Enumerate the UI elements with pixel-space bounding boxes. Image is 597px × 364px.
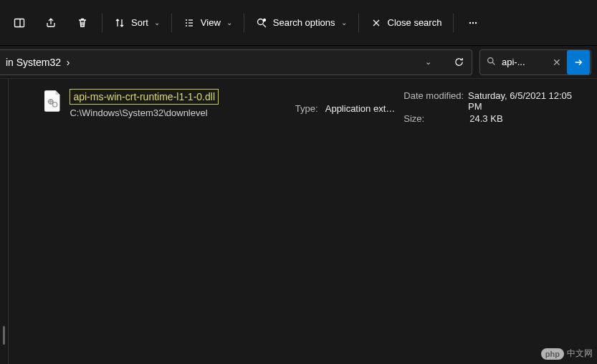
search-input[interactable] — [502, 57, 548, 67]
share-button[interactable] — [36, 9, 66, 37]
address-row: in System32 › ⌄ ✕ — [0, 46, 597, 79]
svg-point-16 — [487, 57, 492, 62]
search-icon — [480, 57, 502, 68]
search-results: api-ms-win-crt-runtime-l1-1-0.dll C:\Win… — [9, 79, 597, 364]
close-search-button[interactable]: Close search — [363, 9, 449, 37]
splitter-handle[interactable] — [3, 326, 5, 345]
type-label: Type: — [295, 103, 325, 114]
toolbar-separator — [102, 14, 102, 32]
sort-icon — [114, 17, 125, 29]
chevron-down-icon: ⌄ — [341, 19, 347, 27]
watermark-badge: php — [541, 348, 564, 360]
result-type-info: Type: Application ext… — [295, 89, 396, 114]
content-area: api-ms-win-crt-runtime-l1-1-0.dll C:\Win… — [0, 79, 597, 364]
svg-line-17 — [492, 62, 495, 64]
nav-pane-edge — [0, 79, 9, 364]
search-options-label: Search options — [273, 17, 335, 28]
svg-point-14 — [472, 21, 474, 23]
more-button[interactable] — [458, 9, 488, 37]
search-options-button[interactable]: Search options ⌄ — [249, 9, 354, 37]
svg-point-13 — [469, 21, 471, 23]
view-icon — [183, 17, 195, 29]
details-pane-button[interactable] — [4, 9, 34, 37]
search-options-icon — [256, 17, 267, 29]
toolbar-separator — [453, 14, 454, 32]
address-bar[interactable]: in System32 › ⌄ — [0, 49, 472, 75]
address-history-dropdown[interactable]: ⌄ — [417, 57, 439, 67]
type-value: Application ext… — [325, 103, 396, 114]
refresh-icon — [454, 57, 464, 67]
delete-button[interactable] — [67, 9, 97, 37]
command-toolbar: Sort ⌄ View ⌄ Search options ⌄ Close sea… — [0, 0, 597, 46]
chevron-down-icon: ⌄ — [154, 19, 160, 27]
view-button[interactable]: View ⌄ — [176, 9, 239, 37]
view-label: View — [201, 17, 221, 28]
result-filename: api-ms-win-crt-runtime-l1-1-0.dll — [70, 89, 219, 105]
svg-rect-0 — [15, 19, 24, 27]
date-label: Date modified: — [403, 90, 468, 112]
search-submit-button[interactable] — [567, 50, 590, 75]
svg-line-9 — [263, 24, 266, 27]
share-icon — [45, 17, 57, 29]
close-search-label: Close search — [388, 17, 442, 28]
result-meta-info: Date modified: Saturday, 6/5/2021 12:05 … — [403, 89, 586, 125]
date-value: Saturday, 6/5/2021 12:05 PM — [468, 90, 586, 112]
watermark-text: 中文网 — [567, 348, 593, 360]
dll-file-icon — [44, 90, 61, 112]
panel-icon — [14, 17, 25, 29]
result-path: C:\Windows\System32\downlevel — [70, 107, 286, 118]
size-value: 24.3 KB — [469, 113, 502, 124]
toolbar-separator — [358, 14, 359, 32]
refresh-button[interactable] — [446, 49, 472, 75]
search-box: ✕ — [479, 49, 591, 75]
toolbar-separator — [171, 14, 172, 32]
clear-search-button[interactable]: ✕ — [548, 57, 566, 68]
svg-point-15 — [475, 21, 477, 23]
sort-button[interactable]: Sort ⌄ — [107, 9, 167, 37]
arrow-right-icon — [573, 57, 583, 67]
size-label: Size: — [403, 113, 469, 124]
svg-point-10 — [263, 19, 265, 21]
more-icon — [467, 17, 479, 29]
close-icon — [371, 17, 382, 29]
trash-icon — [77, 17, 88, 29]
breadcrumb-text: in System32 › — [6, 57, 410, 68]
watermark: php 中文网 — [541, 348, 593, 360]
sort-label: Sort — [131, 17, 148, 28]
result-main-info: api-ms-win-crt-runtime-l1-1-0.dll C:\Win… — [70, 89, 286, 118]
svg-point-8 — [257, 19, 263, 24]
toolbar-separator — [244, 14, 244, 32]
chevron-down-icon: ⌄ — [226, 19, 232, 27]
search-result-item[interactable]: api-ms-win-crt-runtime-l1-1-0.dll C:\Win… — [44, 89, 586, 125]
